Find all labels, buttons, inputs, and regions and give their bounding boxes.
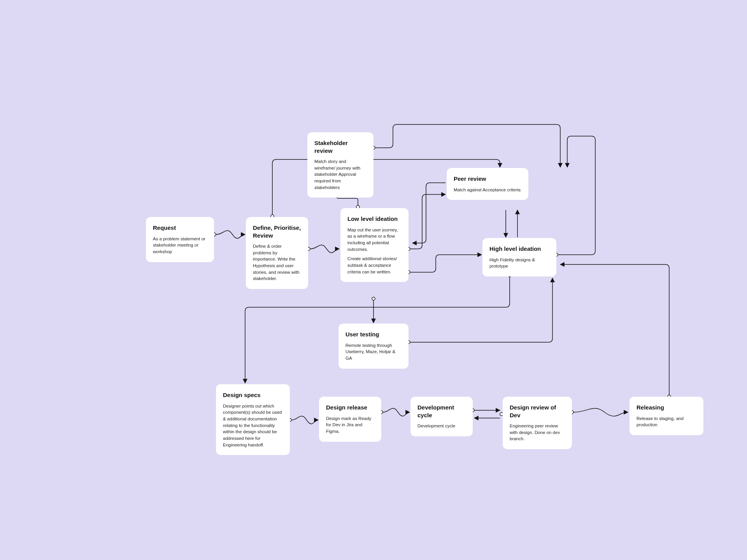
node-title: Define, Prioritise, Review — [253, 224, 301, 239]
svg-point-8 — [372, 297, 375, 300]
node-body: Release to staging, and production — [637, 415, 696, 428]
node-body: Remote testing through Useberry, Maze, H… — [345, 342, 402, 362]
node-body: Map out the user journey, as a wireframe… — [347, 227, 402, 253]
node-title: Peer review — [454, 175, 521, 183]
node-body: Designer points out which component(s) s… — [223, 403, 283, 448]
node-title: Low level ideation — [347, 215, 402, 223]
node-design-release[interactable]: Design release Design mark as Ready for … — [319, 397, 381, 442]
node-body: Engineering peer review with design. Don… — [510, 423, 565, 442]
node-peer-review[interactable]: Peer review Match against Acceptance cri… — [447, 168, 528, 200]
node-stakeholder-review[interactable]: Stakeholder review Match story and wiref… — [307, 132, 374, 198]
node-body: Development cycle — [417, 423, 466, 429]
node-request[interactable]: Request As a problem statement or stakeh… — [146, 217, 214, 262]
node-title: Design release — [326, 404, 374, 411]
node-high-level-ideation[interactable]: High level ideation High Fidelity design… — [482, 238, 556, 276]
node-body: High Fidelity designs & prototype — [489, 257, 549, 270]
node-releasing[interactable]: Releasing Release to staging, and produc… — [630, 397, 703, 435]
node-body: As a problem statement or stakeholder me… — [153, 236, 207, 255]
node-body: Match against Acceptance criteria — [454, 187, 521, 193]
node-define[interactable]: Define, Prioritise, Review Define & orde… — [246, 217, 308, 289]
node-development-cycle[interactable]: Development cycle Development cycle — [410, 397, 473, 436]
node-title: Stakeholder review — [314, 139, 366, 154]
node-body: Design mark as Ready for Dev in Jira and… — [326, 415, 374, 435]
node-title: Request — [153, 224, 207, 232]
node-body: Define & order problems by importance. W… — [253, 243, 301, 282]
node-title: Design review of Dev — [510, 404, 565, 419]
node-title: High level ideation — [489, 245, 549, 253]
node-low-level-ideation[interactable]: Low level ideation Map out the user jour… — [340, 208, 409, 282]
node-design-review-of-dev[interactable]: Design review of Dev Engineering peer re… — [503, 397, 572, 449]
node-title: Development cycle — [417, 404, 466, 419]
node-title: Design specs — [223, 391, 283, 399]
node-body: Create additional stories/ subtask & acc… — [347, 256, 402, 275]
node-title: Releasing — [637, 404, 696, 411]
diagram-canvas: { "nodes": { "request": { "title": "Requ… — [0, 0, 747, 560]
node-user-testing[interactable]: User testing Remote testing through Useb… — [338, 324, 409, 369]
node-design-specs[interactable]: Design specs Designer points out which c… — [216, 384, 290, 455]
node-title: User testing — [345, 331, 402, 338]
node-body: Match story and wireframe/ journey with … — [314, 158, 366, 191]
